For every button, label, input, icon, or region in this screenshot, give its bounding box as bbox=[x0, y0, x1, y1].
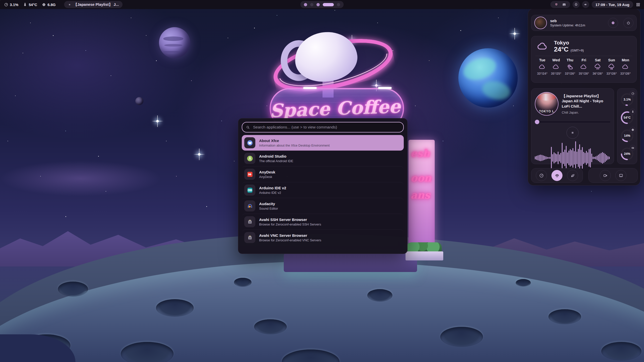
avatar bbox=[534, 17, 547, 29]
top-bar: 3.1% 54°C 6.8G 【Japanese Playlist】 J... bbox=[0, 0, 644, 9]
cpu-usage-value: 3.1% bbox=[10, 3, 18, 7]
wallpaper-icon[interactable] bbox=[562, 3, 566, 7]
user-card: seb System Uptime: 4h11m bbox=[531, 15, 637, 31]
now-playing-pill[interactable]: 【Japanese Playlist】 J... bbox=[64, 1, 123, 8]
app-list-item[interactable]: Android Studio The official Android IDE bbox=[242, 151, 404, 166]
weekly-forecast: Tue 33°/24° Wed 35°/25° Thu 33°/26° bbox=[535, 58, 632, 75]
seek-slider[interactable] bbox=[535, 120, 610, 124]
forecast-day-label: Fri bbox=[582, 58, 586, 62]
notifications-button[interactable] bbox=[573, 1, 580, 8]
forecast-day-label: Mon bbox=[622, 58, 629, 62]
app-list-item[interactable]: AnyDesk AnyDesk bbox=[242, 166, 404, 182]
window-neon-text: ans bbox=[411, 189, 430, 201]
video-camera-icon bbox=[603, 173, 608, 178]
clock[interactable]: 17:09 - Tue, 19 Aug bbox=[592, 1, 633, 8]
app-description: AnyDesk bbox=[259, 175, 275, 179]
crater bbox=[548, 309, 581, 324]
workspace-dot[interactable] bbox=[316, 3, 320, 6]
app-launcher: About Xfce Information about the Xfce De… bbox=[238, 118, 408, 254]
app-description: Browse for Zeroconf-enabled SSH Servers bbox=[259, 222, 321, 226]
desktop: esh oon ans Space Coffee 3.1% bbox=[0, 0, 644, 362]
tray-tools-pill bbox=[550, 1, 570, 8]
pause-icon bbox=[68, 3, 71, 6]
album-art: TOKYO L bbox=[535, 92, 558, 116]
forecast-weather-icon bbox=[594, 64, 601, 70]
forecast-day: Fri 35°/26° bbox=[577, 58, 591, 75]
track-title: 【Japanese Playlist】 Japan All Night - To… bbox=[562, 94, 610, 109]
app-list-item[interactable]: Arduino IDE v2 Arduino IDE v2 bbox=[242, 182, 404, 198]
forecast-day: Thu 33°/26° bbox=[563, 58, 577, 75]
forecast-day-label: Wed bbox=[552, 58, 560, 62]
leaf-icon bbox=[570, 173, 575, 178]
power-button[interactable] bbox=[623, 18, 633, 28]
settings-button[interactable] bbox=[608, 18, 618, 28]
window-neon-text: oon bbox=[411, 172, 431, 184]
gauge: 54°C bbox=[620, 109, 635, 125]
cafe-planter bbox=[406, 251, 443, 260]
search-bar[interactable] bbox=[242, 122, 404, 132]
workspace-dot[interactable] bbox=[310, 3, 313, 6]
volume-button[interactable] bbox=[582, 1, 589, 8]
forecast-day: Sat 36°/26° bbox=[591, 58, 605, 75]
crater bbox=[254, 319, 287, 334]
forecast-weather-icon bbox=[539, 64, 546, 70]
purple-planet bbox=[159, 27, 190, 58]
bell-icon bbox=[574, 3, 578, 7]
forecast-day-label: Sat bbox=[595, 58, 601, 62]
memory-stat: 6.8G bbox=[42, 3, 56, 7]
cpu-usage-stat: 3.1% bbox=[4, 3, 18, 7]
workspace-dot[interactable] bbox=[304, 3, 307, 6]
app-description: Arduino IDE v2 bbox=[259, 191, 286, 195]
window-neon-text: esh bbox=[411, 147, 430, 159]
forecast-weather-icon bbox=[567, 64, 573, 70]
forecast-weather-icon bbox=[622, 64, 629, 70]
app-name: Arduino IDE v2 bbox=[259, 186, 286, 190]
app-icon bbox=[244, 169, 255, 180]
app-list-item[interactable]: Avahi VNC Server Browser Browse for Zero… bbox=[242, 230, 404, 245]
app-icon bbox=[244, 153, 255, 164]
app-icon bbox=[244, 200, 255, 211]
workspace-dot[interactable] bbox=[323, 3, 334, 6]
forecast-weather-icon bbox=[553, 64, 559, 70]
balanced-mode-button[interactable] bbox=[551, 170, 562, 181]
screenshot-button[interactable] bbox=[615, 170, 626, 181]
app-name: Avahi VNC Server Browser bbox=[259, 233, 321, 238]
workspace-dot[interactable] bbox=[337, 3, 340, 6]
app-list-item[interactable]: About Xfce Information about the Xfce De… bbox=[242, 135, 404, 151]
speedometer-icon bbox=[539, 173, 544, 178]
claw-icon[interactable] bbox=[554, 3, 558, 7]
seek-thumb[interactable] bbox=[535, 120, 539, 124]
thermometer-icon bbox=[23, 3, 27, 7]
star-flare bbox=[198, 153, 200, 155]
earth-planet bbox=[458, 48, 518, 108]
chip-icon bbox=[42, 3, 46, 7]
screen-record-button[interactable] bbox=[600, 170, 611, 181]
performance-mode-button[interactable] bbox=[536, 170, 547, 181]
neon-sign-text: Space Coffee bbox=[269, 95, 401, 121]
app-list-item[interactable]: Avahi SSH Server Browser Browse for Zero… bbox=[242, 214, 404, 230]
cafe-platform bbox=[284, 253, 417, 272]
marquee-light bbox=[378, 87, 392, 89]
app-list-item[interactable]: Audacity Sound Editor bbox=[242, 198, 404, 214]
star-flare bbox=[375, 84, 377, 86]
gauge: 3.1% bbox=[620, 91, 635, 107]
album-art-text: TOKYO L bbox=[535, 110, 558, 113]
control-panel: seb System Uptime: 4h11m Tokyo 24°C (G bbox=[528, 9, 640, 186]
nebula-haze bbox=[0, 161, 161, 196]
dashboard-button[interactable] bbox=[636, 2, 640, 7]
pause-icon bbox=[570, 130, 575, 135]
search-input[interactable] bbox=[253, 125, 400, 130]
forecast-day-label: Tue bbox=[539, 58, 545, 62]
powersave-mode-button[interactable] bbox=[567, 170, 578, 181]
weather-timezone: (GMT+9) bbox=[571, 49, 584, 52]
app-description: Browse for Zeroconf-enabled VNC Servers bbox=[259, 238, 321, 242]
forecast-temps: 35°/26° bbox=[579, 72, 589, 75]
app-icon bbox=[244, 185, 255, 196]
divider bbox=[535, 56, 632, 56]
top-bar-right: 17:09 - Tue, 19 Aug bbox=[550, 1, 640, 8]
app-list: About Xfce Information about the Xfce De… bbox=[242, 135, 404, 251]
forecast-day-label: Sun bbox=[608, 58, 615, 62]
forecast-day: Mon 33°/26° bbox=[619, 58, 632, 75]
play-pause-button[interactable] bbox=[567, 127, 579, 139]
crater bbox=[601, 342, 641, 361]
